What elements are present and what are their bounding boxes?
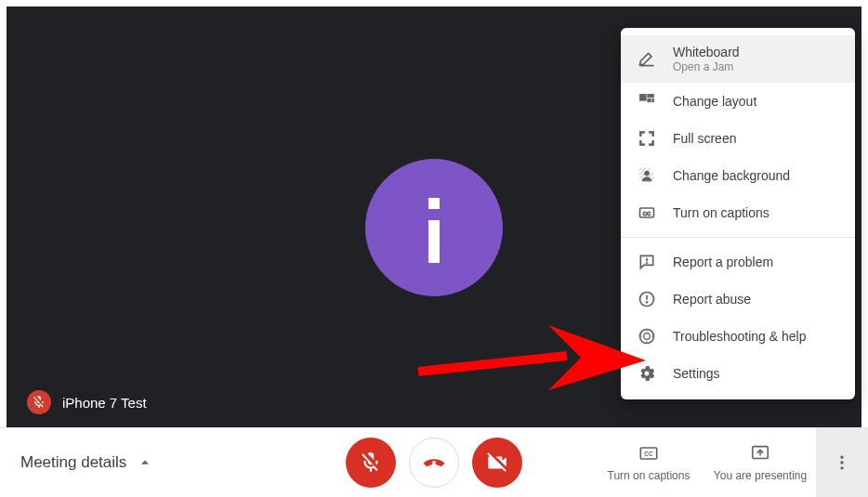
captions-label: Turn on captions xyxy=(608,469,690,482)
background-icon xyxy=(638,166,656,185)
svg-point-12 xyxy=(646,301,648,303)
fullscreen-icon xyxy=(638,129,656,148)
menu-separator xyxy=(621,237,855,238)
mute-badge xyxy=(27,390,51,414)
more-options-menu: Whiteboard Open a Jam Change layout Full… xyxy=(621,28,855,399)
help-icon xyxy=(638,327,656,346)
more-vert-icon xyxy=(833,453,851,472)
svg-rect-0 xyxy=(640,95,647,101)
avatar-letter-bar xyxy=(428,220,440,263)
menu-item-label: Turn on captions xyxy=(673,205,838,220)
avatar-letter-dot xyxy=(428,198,440,209)
svg-rect-1 xyxy=(648,95,654,98)
menu-change-background[interactable]: Change background xyxy=(621,157,855,194)
menu-report-problem[interactable]: Report a problem xyxy=(621,243,855,281)
menu-item-label: Settings xyxy=(673,366,838,381)
hangup-button[interactable] xyxy=(409,438,459,488)
menu-troubleshooting[interactable]: Troubleshooting & help xyxy=(621,318,855,355)
cc-icon: CC xyxy=(638,443,659,464)
cc-small-icon: CC xyxy=(638,203,656,222)
right-controls: CC Turn on captions You are presenting xyxy=(593,428,868,497)
presenting-button[interactable]: You are presenting xyxy=(704,428,816,497)
layout-icon xyxy=(638,92,656,111)
svg-point-19 xyxy=(840,466,843,469)
captions-button[interactable]: CC Turn on captions xyxy=(593,428,704,497)
svg-rect-3 xyxy=(652,99,654,102)
call-controls xyxy=(346,438,522,488)
svg-rect-4 xyxy=(640,102,654,109)
meeting-details-button[interactable]: Meeting details xyxy=(0,453,279,472)
more-options-button[interactable] xyxy=(816,428,868,497)
participant-tag: iPhone 7 Test xyxy=(27,390,147,414)
gear-icon xyxy=(638,364,656,383)
menu-item-label: Full screen xyxy=(673,131,838,146)
menu-item-label: Change background xyxy=(673,168,838,183)
menu-captions[interactable]: CC Turn on captions xyxy=(621,194,855,231)
menu-item-label: Troubleshooting & help xyxy=(673,329,838,344)
menu-change-layout[interactable]: Change layout xyxy=(621,83,855,120)
menu-settings[interactable]: Settings xyxy=(621,355,855,392)
pencil-icon xyxy=(638,50,656,69)
camera-off-icon xyxy=(485,451,509,475)
svg-point-18 xyxy=(840,461,843,464)
svg-text:CC: CC xyxy=(643,211,651,216)
warning-icon xyxy=(638,290,656,308)
meeting-details-label: Meeting details xyxy=(20,453,126,472)
svg-rect-2 xyxy=(648,99,651,102)
mic-off-icon xyxy=(32,395,46,410)
chevron-up-icon xyxy=(136,453,154,472)
presenting-label: You are presenting xyxy=(714,469,807,482)
menu-whiteboard[interactable]: Whiteboard Open a Jam xyxy=(621,35,855,83)
menu-item-label: Whiteboard xyxy=(673,45,838,59)
feedback-icon xyxy=(638,253,656,271)
menu-full-screen[interactable]: Full screen xyxy=(621,120,855,157)
menu-item-label: Report abuse xyxy=(673,292,838,307)
bottom-bar: Meeting details CC Turn on captions You … xyxy=(0,427,868,497)
hangup-icon xyxy=(422,451,446,475)
mic-off-icon xyxy=(359,451,383,475)
svg-point-9 xyxy=(646,262,648,264)
present-icon xyxy=(750,443,770,464)
camera-toggle-button[interactable] xyxy=(472,438,522,488)
svg-point-17 xyxy=(840,456,843,459)
menu-item-label: Report a problem xyxy=(673,255,838,269)
menu-item-label: Change layout xyxy=(673,94,838,109)
menu-item-sublabel: Open a Jam xyxy=(673,60,838,73)
participant-avatar xyxy=(365,159,503,296)
mic-toggle-button[interactable] xyxy=(346,438,396,488)
svg-text:CC: CC xyxy=(644,451,653,457)
menu-report-abuse[interactable]: Report abuse xyxy=(621,281,855,318)
participant-name: iPhone 7 Test xyxy=(62,395,147,411)
menu-item-text: Whiteboard Open a Jam xyxy=(673,45,838,73)
